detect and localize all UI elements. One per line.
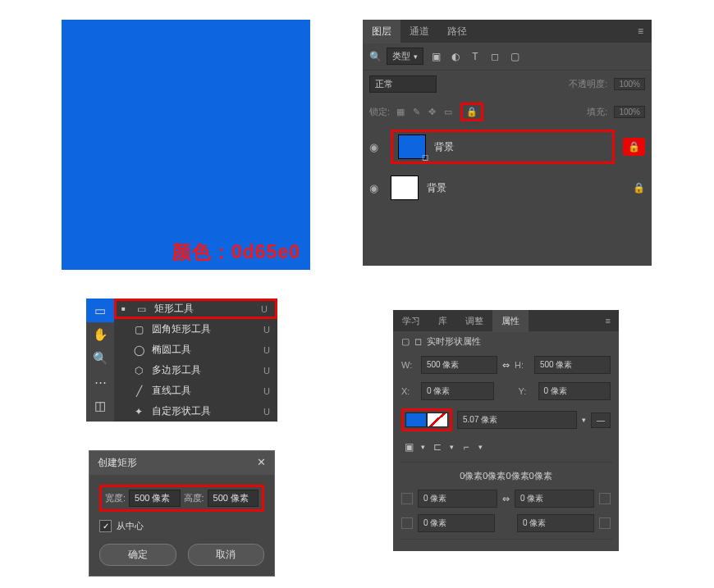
checkbox-icon[interactable]: ✓ bbox=[99, 520, 112, 532]
tool-label: 多边形工具 bbox=[152, 363, 254, 377]
edit-toolbar-slot[interactable]: ◫ bbox=[86, 394, 114, 417]
link-wh-icon[interactable]: ⇔ bbox=[502, 360, 510, 371]
align-stroke-icon[interactable]: ▣ bbox=[401, 440, 416, 454]
chevron-down-icon[interactable]: ▾ bbox=[582, 416, 586, 424]
corner-summary-row: 0像素0像素0像素0像素 bbox=[393, 466, 619, 486]
stroke-width-input[interactable]: 5.07 像素 bbox=[457, 411, 577, 429]
corner-tl-input[interactable]: 0 像素 bbox=[418, 490, 497, 508]
tool-polygon[interactable]: ⬡ 多边形工具 U bbox=[114, 360, 277, 381]
tool-line[interactable]: ╱ 直线工具 U bbox=[114, 381, 277, 401]
filter-text-icon[interactable]: T bbox=[468, 49, 483, 64]
properties-tabs: 学习 库 调整 属性 ≡ bbox=[393, 310, 619, 331]
more-tools-slot[interactable]: ⋯ bbox=[86, 370, 114, 394]
dimension-row: 宽度: 500 像素 高度: 500 像素 bbox=[99, 485, 264, 512]
fill-swatch[interactable] bbox=[405, 413, 427, 427]
stroke-swatch[interactable] bbox=[427, 413, 448, 427]
tools-flyout: ▭ ✋ 🔍 ⋯ ◫ ■ ▭ 矩形工具 U ▢ 圆角矩形工具 U ◯ 椭圆工具 U… bbox=[86, 299, 277, 422]
lock-move-icon[interactable]: ✥ bbox=[428, 107, 436, 117]
tab-channels[interactable]: 通道 bbox=[400, 20, 438, 43]
tab-adjustments[interactable]: 调整 bbox=[456, 310, 492, 332]
corner-tr-input[interactable]: 0 像素 bbox=[515, 490, 594, 508]
tool-custom-shape[interactable]: ✦ 自定形状工具 U bbox=[114, 401, 277, 422]
dialog-title: 创建矩形 bbox=[98, 456, 137, 470]
lock-label: 锁定: bbox=[369, 106, 390, 118]
link-corners-icon[interactable]: ⇔ bbox=[502, 494, 510, 504]
tool-label: 直线工具 bbox=[152, 384, 254, 398]
lock-icon[interactable]: 🔒 bbox=[633, 182, 645, 194]
visibility-icon[interactable]: ◉ bbox=[369, 182, 382, 194]
tool-ellipse[interactable]: ◯ 椭圆工具 U bbox=[114, 340, 277, 360]
rectangle-icon: ▭ bbox=[135, 303, 148, 315]
tool-key: U bbox=[261, 366, 272, 376]
corner-tl-checkbox[interactable] bbox=[401, 493, 413, 504]
visibility-icon[interactable]: ◉ bbox=[369, 141, 382, 153]
canvas-preview: 颜色：0d65e0 bbox=[62, 20, 310, 270]
tab-properties[interactable]: 属性 bbox=[492, 310, 529, 332]
lock-brush-icon[interactable]: ✎ bbox=[413, 107, 420, 117]
blend-mode-select[interactable]: 正常 bbox=[369, 75, 437, 93]
tool-rounded-rectangle[interactable]: ▢ 圆角矩形工具 U bbox=[114, 319, 277, 340]
tab-layers[interactable]: 图层 bbox=[363, 20, 400, 43]
tab-learn[interactable]: 学习 bbox=[393, 310, 429, 332]
tool-label: 矩形工具 bbox=[154, 302, 252, 316]
panel-menu-icon[interactable]: ≡ bbox=[597, 316, 619, 326]
tab-libraries[interactable]: 库 bbox=[429, 310, 456, 332]
cancel-button[interactable]: 取消 bbox=[188, 544, 265, 566]
filter-adjust-icon[interactable]: ◐ bbox=[448, 49, 463, 64]
corner-bl-input[interactable]: 0 像素 bbox=[418, 514, 495, 532]
tool-key: U bbox=[261, 325, 272, 335]
corner-join-icon[interactable]: ⌐ bbox=[459, 440, 474, 454]
chevron-down-icon: ▾ bbox=[414, 52, 418, 61]
size-row: W: 500 像素 ⇔ H: 500 像素 bbox=[393, 352, 619, 378]
search-icon: 🔍 bbox=[369, 51, 382, 62]
corner-tr-checkbox[interactable] bbox=[599, 493, 611, 504]
from-center-row[interactable]: ✓ 从中心 bbox=[99, 520, 264, 532]
zoom-tool-slot[interactable]: 🔍 bbox=[86, 346, 114, 370]
layer-thumbnail bbox=[398, 134, 426, 159]
close-icon[interactable]: ✕ bbox=[257, 456, 266, 470]
h-input[interactable]: 500 像素 bbox=[534, 356, 611, 374]
filter-smart-icon[interactable]: ▢ bbox=[507, 49, 522, 64]
lock-icon[interactable]: 🔒 bbox=[628, 141, 640, 153]
hand-tool-slot[interactable]: ✋ bbox=[86, 322, 114, 346]
custom-shape-icon: ✦ bbox=[132, 406, 145, 417]
filter-shape-icon[interactable]: ◻ bbox=[487, 49, 502, 64]
swatch-highlight bbox=[401, 408, 452, 431]
tool-rectangle[interactable]: ■ ▭ 矩形工具 U bbox=[114, 299, 277, 319]
x-input[interactable]: 0 像素 bbox=[421, 382, 494, 400]
corner-bottom-row: 0 像素 0 像素 bbox=[393, 511, 619, 536]
y-input[interactable]: 0 像素 bbox=[538, 382, 611, 400]
stroke-style-select[interactable]: — bbox=[591, 413, 611, 428]
lock-pixels-icon[interactable]: ▦ bbox=[396, 107, 405, 117]
corner-br-checkbox[interactable] bbox=[599, 517, 611, 529]
fill-stroke-row: 5.07 像素 ▾ — bbox=[393, 404, 619, 435]
height-label: 高度: bbox=[184, 492, 204, 504]
height-input[interactable]: 500 像素 bbox=[208, 490, 259, 507]
active-dot-icon: ■ bbox=[121, 305, 128, 312]
h-label: H: bbox=[515, 360, 529, 370]
layer-lock-highlight: 🔒 bbox=[623, 138, 645, 156]
lock-all-icon[interactable]: 🔒 bbox=[460, 103, 483, 121]
filter-type-select[interactable]: 类型 ▾ bbox=[387, 48, 423, 65]
fill-value[interactable]: 100% bbox=[614, 106, 645, 118]
cap-icon[interactable]: ⊏ bbox=[430, 440, 445, 454]
layer-row[interactable]: ◉ 背景 🔒 bbox=[363, 167, 652, 208]
panel-menu-icon[interactable]: ≡ bbox=[629, 25, 652, 37]
corner-br-input[interactable]: 0 像素 bbox=[517, 514, 594, 532]
corner-summary: 0像素0像素0像素0像素 bbox=[401, 470, 611, 482]
tool-key: U bbox=[261, 386, 272, 396]
width-input[interactable]: 500 像素 bbox=[129, 490, 180, 507]
lock-artboard-icon[interactable]: ▭ bbox=[444, 107, 452, 117]
line-icon: ╱ bbox=[132, 385, 145, 397]
opacity-value[interactable]: 100% bbox=[614, 78, 645, 90]
w-input[interactable]: 500 像素 bbox=[421, 356, 497, 374]
layer-row[interactable]: ◉ 背景 🔒 bbox=[363, 126, 652, 167]
tab-paths[interactable]: 路径 bbox=[438, 20, 476, 43]
rectangle-tool-slot[interactable]: ▭ bbox=[86, 299, 114, 322]
stroke-options-row: ▣ ▾ ⊏ ▾ ⌐ ▾ bbox=[393, 435, 619, 458]
corner-bl-checkbox[interactable] bbox=[401, 517, 413, 529]
filter-image-icon[interactable]: ▣ bbox=[428, 49, 443, 64]
fill-label: 填充: bbox=[587, 106, 607, 118]
ok-button[interactable]: 确定 bbox=[99, 544, 176, 566]
layer-name: 背景 bbox=[434, 140, 607, 154]
